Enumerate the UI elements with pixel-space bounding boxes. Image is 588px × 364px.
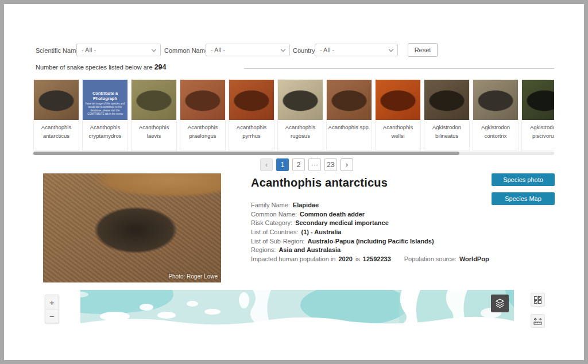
carousel-card[interactable]: Acanthophis praelongus: [180, 79, 226, 150]
layers-button[interactable]: [491, 295, 509, 312]
country-value: - All -: [320, 47, 334, 53]
species-count-line: Number of snake species listed below are…: [36, 63, 167, 71]
pagination-page-button[interactable]: 1: [276, 158, 289, 171]
contribute-title: Contribute a Photograph: [84, 91, 126, 101]
species-field-row: List of Sub-Region:Australo-Papua (inclu…: [251, 238, 489, 247]
species-title: Acanthophis antarcticus: [251, 176, 388, 189]
species-carousel[interactable]: Acanthophis antarcticusContribute a Phot…: [33, 79, 554, 150]
carousel-card[interactable]: Contribute a PhotographHave an image of …: [82, 79, 128, 150]
species-name-label: Acanthophis laevis: [131, 120, 176, 140]
chevron-down-icon: [389, 47, 393, 51]
species-photo-button[interactable]: Species photo: [492, 173, 555, 186]
species-name-label: Agkistrodon bilineatus: [424, 120, 469, 140]
species-name-label: Agkistrodon contortrix: [473, 120, 518, 140]
map-zoom-control: + −: [45, 295, 59, 323]
carousel-card[interactable]: Acanthophis antarcticus: [33, 79, 79, 150]
species-field-row: Regions:Asia and Australasia: [251, 246, 489, 255]
photo-credit: Photo: Roger Lowe: [168, 273, 218, 280]
species-name-label: Agkistrodon piscivorus: [522, 120, 554, 140]
scientific-name-value: - All -: [82, 47, 96, 53]
common-name-select[interactable]: - All -: [206, 44, 290, 56]
species-fields: Family Name:ElapidaeCommon Name:Common d…: [251, 202, 489, 265]
snake-thumbnail: [424, 80, 469, 120]
snake-thumbnail: [131, 80, 176, 120]
reset-button[interactable]: Reset: [408, 43, 438, 57]
zoom-in-button[interactable]: +: [45, 295, 59, 309]
contribute-photograph-card: Contribute a PhotographHave an image of …: [83, 80, 127, 120]
species-name-label: Acanthophis rugosus: [278, 120, 323, 140]
layers-icon: [495, 299, 505, 308]
snake-thumbnail: [229, 80, 274, 120]
chevron-down-icon: [281, 47, 285, 51]
species-field-row: Family Name:Elapidae: [251, 202, 489, 211]
zoom-out-button[interactable]: −: [45, 309, 59, 323]
pagination-next-button[interactable]: ›: [341, 158, 353, 171]
basemap-grid-icon: [534, 296, 541, 304]
species-count: 294: [154, 63, 167, 71]
common-name-value: - All -: [211, 47, 225, 53]
carousel-card[interactable]: Acanthophis laevis: [131, 79, 177, 150]
carousel-scrollbar[interactable]: [33, 152, 554, 155]
measure-button[interactable]: [531, 314, 545, 328]
species-name-label: Acanthophis pyrrhus: [229, 120, 274, 140]
snake-thumbnail: [376, 80, 420, 120]
species-name-label: Acanthophis spp.: [327, 120, 372, 132]
pagination: ‹12···23›: [260, 158, 353, 171]
pagination-prev-button[interactable]: ‹: [260, 158, 273, 171]
snake-thumbnail: [278, 80, 323, 120]
pagination-page-button[interactable]: ···: [308, 158, 321, 171]
basemap-button[interactable]: [531, 293, 545, 307]
carousel-card[interactable]: Acanthophis wellsi: [375, 79, 421, 150]
carousel-card[interactable]: Acanthophis spp.: [326, 79, 372, 150]
map-canvas: [80, 290, 514, 328]
scientific-name-label: Scientific Name: [36, 47, 79, 54]
contribute-text: Have an image of this species and would …: [84, 102, 126, 116]
carousel-card[interactable]: Agkistrodon piscivorus: [521, 79, 554, 150]
pagination-page-button[interactable]: 23: [324, 158, 337, 171]
species-name-label: Acanthophis antarcticus: [34, 120, 79, 140]
carousel-card[interactable]: Acanthophis rugosus: [277, 79, 323, 150]
snake-thumbnail: [522, 80, 554, 120]
common-name-label: Common Name: [164, 47, 208, 54]
species-map[interactable]: [80, 290, 514, 328]
species-field-row: List of Countries:(1) - Australia: [251, 229, 489, 238]
carousel-card[interactable]: Agkistrodon contortrix: [473, 79, 519, 150]
chevron-down-icon: [152, 47, 156, 51]
scientific-name-select[interactable]: - All -: [76, 44, 161, 56]
species-map-button[interactable]: Species Map: [492, 192, 555, 205]
snake-thumbnail: [180, 80, 225, 120]
snake-thumbnail: [327, 80, 372, 120]
snake-thumbnail: [34, 80, 79, 120]
species-name-label: Acanthophis praelongus: [180, 120, 225, 140]
carousel-card[interactable]: Acanthophis pyrrhus: [229, 79, 274, 150]
snake-thumbnail: [473, 80, 518, 120]
carousel-card[interactable]: Agkistrodon bilineatus: [424, 79, 470, 150]
carousel-scrollbar-thumb[interactable]: [33, 152, 459, 155]
species-name-label: Acanthophis wellsi: [376, 120, 420, 140]
country-label: Country: [293, 47, 315, 54]
species-field-row: Risk Category:Secondary medical importan…: [251, 219, 489, 229]
species-field-row: Common Name:Common death adder: [251, 211, 489, 220]
measure-scale-icon: [533, 317, 542, 325]
species-photo: Photo: Roger Lowe: [43, 173, 221, 282]
species-name-label: Acanthophis cryptamydros: [83, 120, 127, 140]
app-page: Scientific Name - All - Common Name - Al…: [4, 4, 584, 360]
pagination-page-button[interactable]: 2: [292, 158, 305, 171]
population-line: Impacted human population in2020is125922…: [251, 255, 489, 265]
screenshot-frame: Scientific Name - All - Common Name - Al…: [0, 0, 588, 364]
country-select[interactable]: - All -: [315, 44, 398, 56]
horizontal-divider: [244, 68, 554, 69]
